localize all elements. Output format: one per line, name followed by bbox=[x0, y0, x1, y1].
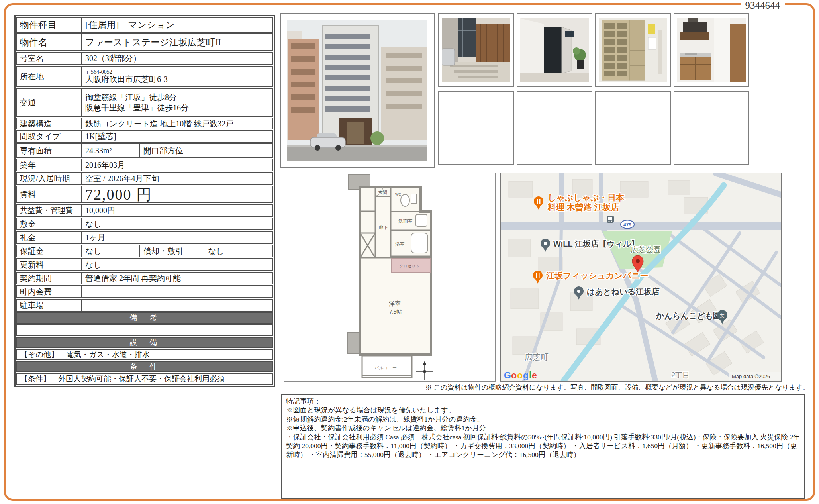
location-map: 479 しゃぶしゃぶ・日本 料理 木曽路 江坂店 WiLL 江坂店【ウィル】 江… bbox=[500, 173, 782, 382]
row-label: 更新料 bbox=[17, 259, 82, 270]
table-row: 現況/入居時期 空室 / 2026年4月下旬 bbox=[16, 172, 273, 185]
row-value: 御堂筋線「江坂」徒歩8分 阪急千里線「豊津」徒歩16分 bbox=[82, 89, 272, 116]
entrance-approach-image bbox=[442, 18, 510, 82]
google-logo: G o o g l e bbox=[504, 370, 537, 380]
row-label: 物件名 bbox=[17, 34, 82, 50]
route-479-badge: 479 bbox=[621, 220, 634, 229]
table-row: 契約期間 普通借家 2年間 再契約可能 bbox=[16, 272, 273, 284]
kitchen-image bbox=[677, 18, 746, 82]
equipment-row: 【その他】 電気・ガス・水道・排水 bbox=[16, 349, 273, 360]
row-value: 普通借家 2年間 再契約可能 bbox=[82, 273, 272, 284]
delivery-lockers-image bbox=[599, 18, 667, 82]
table-row: 礼金 1ヶ月 bbox=[16, 231, 273, 244]
table-row: 間取タイプ 1K[壁芯] bbox=[16, 130, 273, 143]
building-exterior-image bbox=[287, 20, 427, 161]
entrance-approach-photo bbox=[438, 13, 514, 87]
svg-text:o: o bbox=[517, 370, 523, 380]
plan-balcony-label: バルコニー bbox=[374, 365, 397, 370]
plan-entrance-label: 玄関 bbox=[378, 190, 387, 195]
table-row: 専有面積 24.33m² 開口部方位 bbox=[16, 143, 273, 158]
poi-kindergarten-label: かんらんこども園 bbox=[656, 311, 721, 320]
empty-photo-slot bbox=[517, 91, 592, 165]
svg-text:g: g bbox=[523, 370, 529, 380]
row-label: 所在地 bbox=[17, 67, 82, 86]
plan-washroom-label: 洗面室 bbox=[398, 218, 413, 224]
access-line-1: 御堂筋線「江坂」徒歩8分 bbox=[85, 92, 177, 102]
table-row: 駐車場 bbox=[16, 299, 273, 312]
notes-line: ・保証会社：保証会社利用必須 Casa 必須 株式会社casa 初回保証料:総賃… bbox=[286, 433, 800, 459]
row-value: なし bbox=[82, 259, 272, 270]
table-row: 号室名 302（3階部分） bbox=[16, 52, 273, 65]
row-value bbox=[82, 300, 272, 311]
table-row: 敷金 なし bbox=[16, 218, 273, 230]
row-value: ファーストステージ江坂広芝町Ⅱ bbox=[82, 34, 272, 50]
table-row: 築年 2016年03月 bbox=[16, 159, 273, 171]
plan-closet-label: クロゼット bbox=[399, 264, 419, 268]
conditions-section-header: 条 件 bbox=[16, 361, 273, 372]
entrance-hall-image bbox=[520, 18, 589, 82]
address: 大阪府吹田市広芝町6-3 bbox=[85, 75, 168, 84]
row-label: 専有面積 bbox=[17, 144, 82, 157]
row-label: 賃料 bbox=[17, 186, 82, 202]
row-value: 1K[壁芯] bbox=[82, 131, 272, 142]
table-row: 町内会費 bbox=[16, 285, 273, 298]
map-canvas: 479 しゃぶしゃぶ・日本 料理 木曽路 江坂店 WiLL 江坂店【ウィル】 江… bbox=[501, 173, 781, 381]
notes-title: 特記事項： bbox=[286, 397, 800, 406]
opening-direction-label: 開口部方位 bbox=[140, 144, 204, 157]
row-value: 鉄筋コンクリート造 地上10階 総戸数32戸 bbox=[82, 118, 272, 129]
equipment-section-header: 設 備 bbox=[16, 337, 273, 348]
poi-will-label: WiLL 江坂店【ウィル】 bbox=[553, 239, 639, 248]
table-row: 建築構造 鉄筋コンクリート造 地上10階 総戸数32戸 bbox=[16, 118, 273, 129]
row-value bbox=[82, 286, 272, 297]
entrance-hall-photo bbox=[517, 13, 592, 87]
map-attribution: Map data ©2026 bbox=[732, 373, 770, 379]
table-row-rent: 賃料 72,000 円 bbox=[16, 186, 273, 203]
floor-plan: 玄関 WC 洗面室 浴室 廊下 クロゼット 洋室 7.5帖 バルコニー bbox=[284, 173, 496, 382]
empty-photo-slot bbox=[438, 91, 514, 165]
notes-line: ※申込後、契約書作成後のキャンセルは違約金、総賃料1か月分 bbox=[286, 424, 800, 432]
svg-text:e: e bbox=[532, 370, 537, 380]
poi-kisoji-line2: 料理 木曽路 江坂店 bbox=[547, 202, 619, 212]
row-value: [住居用] マンション bbox=[82, 18, 272, 32]
row-value: 〒564-0052 大阪府吹田市広芝町6-3 bbox=[82, 67, 272, 86]
poi-kisoji-line1: しゃぶしゃぶ・日本 bbox=[548, 193, 625, 202]
delivery-lockers-photo bbox=[595, 13, 671, 87]
plan-main-room-size: 7.5帖 bbox=[389, 309, 402, 315]
row-label: 交通 bbox=[17, 89, 82, 116]
row-label: 駐車場 bbox=[17, 300, 82, 311]
row-label: 建築構造 bbox=[17, 118, 82, 129]
row-label: 現況/入居時期 bbox=[17, 173, 82, 184]
property-id-number: 9344644 bbox=[741, 0, 785, 11]
property-sheet: 9344644 物件種目 [住居用] マンション 物件名 ファーストステージ江坂… bbox=[0, 0, 819, 504]
district-label-hiroshibacho: 広芝町 bbox=[525, 353, 549, 361]
row-value: 2016年03月 bbox=[82, 159, 272, 171]
svg-text:o: o bbox=[511, 370, 517, 380]
table-row: 物件種目 [住居用] マンション bbox=[16, 17, 273, 33]
row-label: 共益費・管理費 bbox=[17, 205, 82, 216]
notes-line: ※短期解約違約金:2年未満の解約は、総賃料1か月分の違約金。 bbox=[286, 415, 800, 424]
svg-text:文: 文 bbox=[720, 313, 725, 318]
svg-text:479: 479 bbox=[623, 222, 631, 227]
building-exterior-photo bbox=[280, 13, 435, 168]
table-row: 所在地 〒564-0052 大阪府吹田市広芝町6-3 bbox=[16, 66, 273, 87]
row-label: 号室名 bbox=[17, 53, 82, 64]
conditions-row: 【条件】 外国人契約可能・保証人不要・保証会社利用必須 bbox=[16, 373, 273, 385]
conditions-value: 【条件】 外国人契約可能・保証人不要・保証会社利用必須 bbox=[17, 374, 272, 384]
rent-amount: 72,000 円 bbox=[82, 186, 272, 202]
plan-main-room-label: 洋室 bbox=[389, 300, 401, 307]
table-row: 保証金 なし 償却・敷引 なし bbox=[16, 245, 273, 257]
kitchen-photo bbox=[674, 13, 749, 87]
row-value: 空室 / 2026年4月下旬 bbox=[82, 173, 272, 184]
table-row: 更新料 なし bbox=[16, 258, 273, 271]
table-row: 交通 御堂筋線「江坂」徒歩8分 阪急千里線「豊津」徒歩16分 bbox=[16, 88, 273, 117]
plan-wc-label: WC bbox=[395, 192, 401, 196]
floor-plan-drawing: 玄関 WC 洗面室 浴室 廊下 クロゼット 洋室 7.5帖 バルコニー bbox=[284, 173, 495, 381]
postal-code: 〒564-0052 bbox=[85, 69, 112, 75]
row-label: 保証金 bbox=[17, 245, 82, 257]
empty-photo-slot bbox=[674, 91, 749, 165]
row-label: 礼金 bbox=[17, 232, 82, 243]
row-value: なし bbox=[82, 218, 272, 229]
table-row: 物件名 ファーストステージ江坂広芝町Ⅱ bbox=[16, 33, 273, 51]
amortization-value: なし bbox=[204, 245, 272, 257]
remarks-row bbox=[16, 324, 273, 336]
